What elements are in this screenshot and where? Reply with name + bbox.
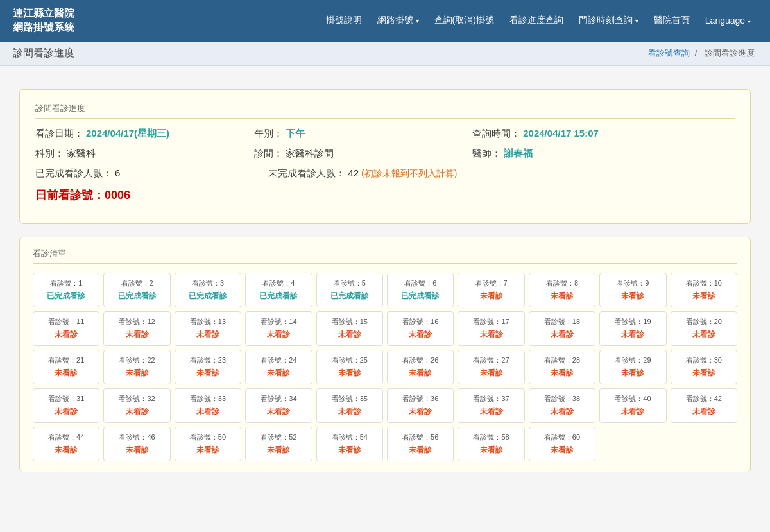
queue-item-number: 看診號：15 xyxy=(321,317,379,327)
queue-item: 看診號：40未看診 xyxy=(599,388,666,423)
queue-item: 看診號：21未看診 xyxy=(33,350,99,384)
queue-item-number: 看診號：42 xyxy=(675,394,733,404)
queue-item-number: 看診號：36 xyxy=(391,394,449,404)
page-title: 診間看診進度 xyxy=(13,47,74,60)
queue-item: 看診號：4已完成看診 xyxy=(245,273,312,307)
queue-item: 看診號：1已完成看診 xyxy=(33,273,99,307)
queue-item: 看診號：11未看診 xyxy=(33,311,99,346)
queue-item-number: 看診號：19 xyxy=(604,317,662,327)
queue-item-status: 未看診 xyxy=(179,329,237,340)
queue-item: 看診號：16未看診 xyxy=(387,311,454,346)
queue-item-status: 未看診 xyxy=(250,329,307,340)
queue-item: 看診號：54未看診 xyxy=(316,427,383,461)
queue-item-status: 未看診 xyxy=(533,406,591,417)
queue-item: 看診號：13未看診 xyxy=(175,311,241,346)
nav-query[interactable]: 查詢(取消)掛號 xyxy=(428,11,501,30)
queue-item-number: 看診號：33 xyxy=(179,394,237,404)
queue-item-status: 未看診 xyxy=(179,368,237,379)
queue-item-status: 已完成看診 xyxy=(37,291,95,302)
queue-item: 看診號：19未看診 xyxy=(599,311,666,346)
queue-item-number: 看診號：22 xyxy=(108,356,166,365)
queue-item-number: 看診號：54 xyxy=(321,433,379,442)
queue-item-status: 未看診 xyxy=(391,406,449,417)
period-col: 午別： 下午 xyxy=(254,128,473,140)
queue-item-number: 看診號：16 xyxy=(391,317,449,327)
clinic-label: 診間： xyxy=(254,148,283,160)
current-number-value: 0006 xyxy=(105,189,130,202)
queue-item-number: 看診號：30 xyxy=(675,356,733,365)
queue-item-number: 看診號：1 xyxy=(37,279,95,288)
pending-value: 42 xyxy=(348,167,359,178)
queue-item-status: 未看診 xyxy=(533,329,591,340)
nav-instructions[interactable]: 掛號說明 xyxy=(320,11,368,30)
queue-item-status: 未看診 xyxy=(321,445,379,456)
pending-label: 未完成看診人數： xyxy=(268,167,345,180)
info-panel: 診間看診進度 看診日期： 2024/04/17(星期三) 午別： 下午 查詢時間… xyxy=(19,89,751,224)
clinic-col: 診間： 家醫科診間 xyxy=(254,148,473,160)
queue-item-number: 看診號：18 xyxy=(533,317,591,327)
queue-item-number: 看診號：60 xyxy=(533,433,591,442)
breadcrumb-bar: 診間看診進度 看診號查詢 / 診間看診進度 xyxy=(0,42,770,66)
dept-value: 家醫科 xyxy=(67,148,96,160)
queue-item-status: 未看診 xyxy=(37,329,95,340)
queue-item: 看診號：56未看診 xyxy=(387,427,454,461)
queue-item-status: 未看診 xyxy=(462,445,520,456)
completed-col: 已完成看診人數： 6 xyxy=(35,167,268,180)
queue-item: 看診號：20未看診 xyxy=(671,311,737,346)
queue-item-number: 看診號：34 xyxy=(250,394,307,404)
queue-item-number: 看診號：56 xyxy=(391,433,449,442)
current-label: 日前看診號： xyxy=(35,187,105,203)
breadcrumb-parent[interactable]: 看診號查詢 xyxy=(648,48,690,58)
queue-item: 看診號：28未看診 xyxy=(529,350,595,384)
queue-item: 看診號：3已完成看診 xyxy=(175,273,241,307)
queue-item: 看診號：17未看診 xyxy=(458,311,524,346)
pending-note: (初診未報到不列入計算) xyxy=(361,168,457,180)
queue-item: 看診號：58未看診 xyxy=(458,427,524,461)
queue-item-status: 已完成看診 xyxy=(321,291,379,302)
queue-item-number: 看診號：10 xyxy=(675,279,733,288)
queue-item: 看診號：15未看診 xyxy=(316,311,383,346)
queue-item-status: 未看診 xyxy=(675,406,733,417)
queue-item-number: 看診號：7 xyxy=(462,279,520,288)
doctor-label: 醫師： xyxy=(472,148,501,160)
queue-item-status: 已完成看診 xyxy=(391,291,449,302)
current-number-row: 日前看診號： 0006 xyxy=(35,187,735,203)
queue-panel: 看診清單 看診號：1已完成看診看診號：2已完成看診看診號：3已完成看診看診號：4… xyxy=(19,237,751,472)
queue-item-status: 未看診 xyxy=(250,445,307,456)
queue-grid: 看診號：1已完成看診看診號：2已完成看診看診號：3已完成看診看診號：4已完成看診… xyxy=(33,273,737,461)
queue-item-status: 未看診 xyxy=(321,406,379,417)
queue-item: 看診號：5已完成看診 xyxy=(316,273,383,307)
queue-item-number: 看診號：38 xyxy=(533,394,591,404)
date-value: 2024/04/17(星期三) xyxy=(86,128,169,140)
queue-item-status: 已完成看診 xyxy=(250,291,307,302)
queue-item: 看診號：31未看診 xyxy=(33,388,99,423)
queue-item-number: 看診號：8 xyxy=(533,279,591,288)
queue-item-status: 未看診 xyxy=(321,329,379,340)
query-time-col: 查詢時間： 2024/04/17 15:07 xyxy=(472,128,735,140)
queue-item-number: 看診號：46 xyxy=(108,433,166,442)
doctor-value: 謝春福 xyxy=(504,148,533,160)
logo-line2: 網路掛號系統 xyxy=(13,21,74,35)
queue-item: 看診號：25未看診 xyxy=(316,350,383,384)
queue-item-number: 看診號：32 xyxy=(108,394,166,404)
queue-item-status: 未看診 xyxy=(604,291,662,302)
queue-item-status: 未看診 xyxy=(533,291,591,302)
queue-item: 看診號：14未看診 xyxy=(245,311,312,346)
breadcrumb-separator: / xyxy=(695,48,697,58)
queue-item-number: 看診號：3 xyxy=(179,279,237,288)
queue-item-status: 已完成看診 xyxy=(108,291,166,302)
queue-item-status: 未看診 xyxy=(37,406,95,417)
period-value: 下午 xyxy=(286,128,305,140)
nav-hospital[interactable]: 醫院首頁 xyxy=(647,11,696,30)
queue-item-number: 看診號：58 xyxy=(462,433,520,442)
nav-schedule[interactable]: 門診時刻查詢 ▾ xyxy=(572,11,645,30)
queue-item-number: 看診號：5 xyxy=(321,279,379,288)
queue-item-number: 看診號：25 xyxy=(321,356,379,365)
nav-progress[interactable]: 看診進度查詢 xyxy=(503,11,570,30)
nav-register[interactable]: 網路掛號 ▾ xyxy=(371,11,425,30)
queue-item-number: 看診號：12 xyxy=(108,317,166,327)
queue-item: 看診號：26未看診 xyxy=(387,350,454,384)
nav-language[interactable]: Language ▾ xyxy=(699,12,757,30)
info-panel-title: 診間看診進度 xyxy=(35,103,735,119)
queue-item: 看診號：34未看診 xyxy=(245,388,312,423)
